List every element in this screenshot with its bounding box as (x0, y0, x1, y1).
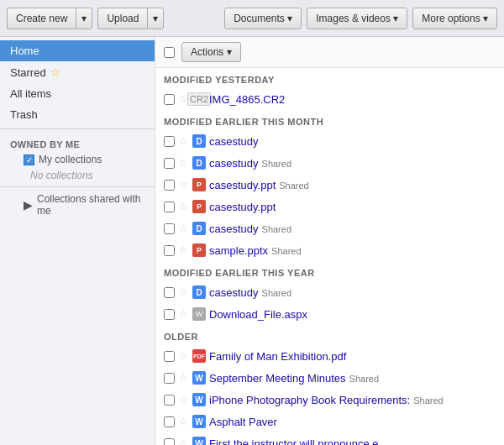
content-area: Actions ▾ MODIFIED YESTERDAY☆CR2IMG_4865… (155, 37, 504, 445)
all-items-label: All items (10, 87, 51, 100)
star-icon[interactable]: ☆ (178, 136, 189, 147)
chevron-down-icon: ▾ (287, 13, 292, 24)
file-checkbox[interactable] (164, 287, 175, 298)
file-name: Download_File.aspx (209, 308, 496, 321)
file-row[interactable]: ☆WiPhone Photography Book Requirements:S… (155, 389, 504, 411)
file-name: casestudy.pptShared (209, 179, 496, 191)
file-row[interactable]: ☆DcasestudyShared (155, 152, 504, 174)
create-new-button[interactable]: Create new (7, 8, 76, 29)
file-name: First the instructor will pronounce e... (209, 437, 496, 446)
documents-label: Documents (234, 13, 285, 24)
upload-arrow[interactable]: ▾ (147, 8, 164, 29)
actions-label: Actions (191, 46, 223, 58)
file-checkbox[interactable] (164, 223, 175, 234)
star-icon[interactable]: ☆ (178, 158, 189, 169)
file-checkbox[interactable] (164, 158, 175, 169)
sidebar-item-all-items[interactable]: All items (0, 83, 155, 104)
sidebar-item-starred[interactable]: Starred ☆ (0, 61, 155, 83)
file-name: casestudy (209, 135, 496, 148)
shared-badge: Shared (271, 246, 301, 256)
star-icon[interactable]: ☆ (178, 438, 189, 446)
file-checkbox[interactable] (164, 180, 175, 191)
sidebar-item-home[interactable]: Home (0, 40, 155, 61)
more-options-button[interactable]: More options ▾ (412, 8, 497, 29)
file-row[interactable]: ☆DcasestudyShared (155, 281, 504, 303)
images-videos-filter-button[interactable]: Images & videos ▾ (307, 8, 407, 29)
file-row[interactable]: ☆PDFFamily of Man Exhibition.pdf (155, 345, 504, 367)
upload-group: Upload ▾ (97, 8, 164, 29)
shared-badge: Shared (349, 374, 379, 384)
file-row[interactable]: ☆CR2IMG_4865.CR2 (155, 88, 504, 110)
create-new-arrow[interactable]: ▾ (76, 8, 92, 29)
file-checkbox[interactable] (164, 373, 175, 384)
file-checkbox[interactable] (164, 245, 175, 256)
file-checkbox[interactable] (164, 94, 175, 105)
star-icon[interactable]: ☆ (178, 373, 189, 384)
file-row[interactable]: ☆Psample.pptxShared (155, 239, 504, 261)
file-row[interactable]: ☆DcasestudyShared (155, 217, 504, 239)
word-icon: W (192, 371, 206, 385)
pdf-icon: PDF (192, 349, 206, 363)
section-header-modified-this-month: MODIFIED EARLIER THIS MONTH (155, 110, 504, 130)
file-row[interactable]: ☆Pcasestudy.pptShared (155, 174, 504, 196)
shared-badge: Shared (262, 159, 291, 169)
file-checkbox[interactable] (164, 136, 175, 147)
content-header: Actions ▾ (155, 37, 504, 68)
ppt-icon: P (192, 243, 206, 257)
file-checkbox[interactable] (164, 351, 175, 362)
sidebar-item-my-collections[interactable]: ✓ My collections (0, 151, 155, 168)
documents-filter-button[interactable]: Documents ▾ (224, 8, 302, 29)
toolbar: Create new ▾ Upload ▾ Documents ▾ Images… (0, 0, 504, 37)
file-row[interactable]: ☆Dcasestudy (155, 130, 504, 152)
file-row[interactable]: ☆WFirst the instructor will pronounce e.… (155, 432, 504, 445)
upload-button[interactable]: Upload (97, 8, 147, 29)
my-collections-label: My collections (39, 154, 102, 165)
file-checkbox[interactable] (164, 309, 175, 320)
aspx-icon: W (192, 307, 206, 321)
file-name: IMG_4865.CR2 (209, 93, 496, 106)
chevron-down-icon: ▾ (227, 46, 232, 58)
file-checkbox[interactable] (164, 202, 175, 212)
actions-button[interactable]: Actions ▾ (181, 42, 241, 62)
main-layout: Home Starred ☆ All items Trash Owned by … (0, 37, 504, 445)
chevron-down-icon: ▾ (393, 13, 398, 24)
file-name: casestudyShared (209, 222, 496, 235)
file-row[interactable]: ☆WAsphalt Paver (155, 411, 504, 432)
file-name: casestudyShared (209, 157, 496, 170)
create-new-group: Create new ▾ (7, 8, 92, 29)
chevron-down-icon: ▾ (483, 13, 488, 24)
star-icon[interactable]: ☆ (178, 223, 189, 234)
ppt-icon: P (192, 200, 206, 213)
sidebar: Home Starred ☆ All items Trash Owned by … (0, 37, 155, 445)
word-icon: W (192, 437, 206, 445)
home-label: Home (10, 44, 39, 57)
shared-badge: Shared (279, 181, 308, 191)
file-checkbox[interactable] (164, 395, 175, 406)
star-icon[interactable]: ☆ (178, 287, 189, 298)
trash-label: Trash (10, 108, 38, 121)
star-icon[interactable]: ☆ (178, 351, 189, 362)
file-name: Asphalt Paver (209, 416, 496, 428)
star-icon[interactable]: ☆ (178, 395, 189, 406)
more-options-label: More options (422, 13, 480, 24)
word-icon: W (192, 393, 206, 406)
star-icon[interactable]: ☆ (178, 416, 189, 427)
file-checkbox[interactable] (164, 416, 175, 427)
sidebar-item-collections-shared[interactable]: ▶ Collections shared with me (0, 191, 155, 219)
file-checkbox[interactable] (164, 438, 175, 446)
star-icon[interactable]: ☆ (178, 309, 189, 320)
file-name: casestudyShared (209, 286, 496, 299)
divider2 (0, 186, 155, 187)
my-collections-checkbox: ✓ (24, 154, 34, 165)
sidebar-item-trash[interactable]: Trash (0, 104, 155, 125)
star-icon[interactable]: ☆ (178, 180, 189, 191)
file-row[interactable]: ☆WDownload_File.aspx (155, 303, 504, 325)
file-row[interactable]: ☆WSeptember Meeting MinutesShared (155, 367, 504, 389)
star-icon[interactable]: ☆ (178, 202, 189, 212)
section-header-modified-yesterday: MODIFIED YESTERDAY (155, 68, 504, 88)
file-row[interactable]: ☆Pcasestudy.ppt (155, 196, 504, 217)
select-all-checkbox[interactable] (164, 47, 175, 58)
section-header-older: OLDER (155, 325, 504, 345)
no-collections-label: No collections (0, 168, 155, 183)
star-icon[interactable]: ☆ (178, 245, 189, 256)
